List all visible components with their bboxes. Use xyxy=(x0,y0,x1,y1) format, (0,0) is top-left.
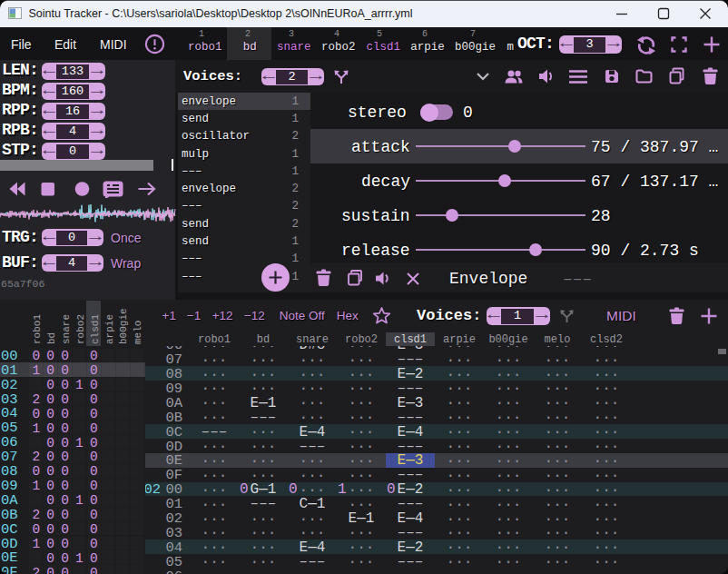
svg-text:clsd1: clsd1 xyxy=(90,314,101,344)
svg-text:melo: melo xyxy=(133,321,143,344)
svg-text:b00gie: b00gie xyxy=(118,308,129,344)
svg-text:arpie: arpie xyxy=(104,314,115,344)
svg-text:robo2: robo2 xyxy=(75,314,86,344)
svg-text:snare: snare xyxy=(61,314,72,344)
svg-text:robo1: robo1 xyxy=(32,314,43,344)
svg-text:bd: bd xyxy=(46,332,57,344)
